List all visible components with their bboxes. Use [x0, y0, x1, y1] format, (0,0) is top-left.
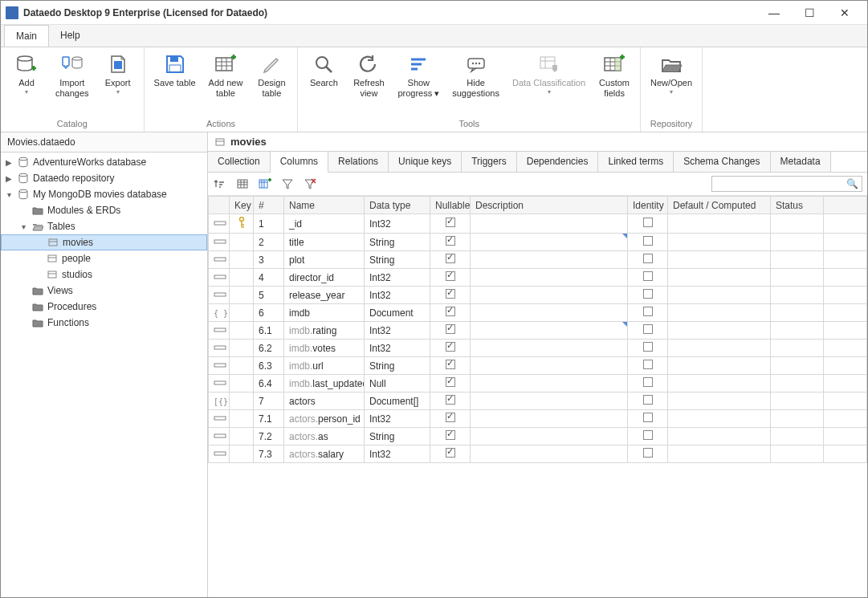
cell[interactable] — [430, 304, 471, 322]
cell[interactable] — [771, 410, 824, 428]
cell[interactable] — [430, 287, 471, 304]
cell[interactable] — [471, 428, 628, 445]
cell[interactable]: Document — [365, 304, 430, 322]
column-header[interactable]: Identity — [628, 197, 668, 214]
cell[interactable]: Int32 — [365, 214, 430, 234]
cell[interactable] — [471, 410, 628, 428]
menu-main[interactable]: Main — [4, 25, 49, 47]
grid-list-icon[interactable] — [235, 177, 250, 191]
cell[interactable] — [668, 357, 771, 375]
column-header[interactable]: Key — [230, 197, 254, 214]
ribbon-export[interactable]: Export▾ — [99, 51, 137, 99]
cell[interactable]: Int32 — [365, 322, 430, 340]
cell[interactable] — [430, 410, 471, 428]
cell[interactable] — [471, 375, 628, 393]
table-row[interactable]: 6.1imdb.ratingInt32 — [209, 322, 867, 340]
filter-icon[interactable] — [280, 177, 295, 191]
table-row[interactable]: 6.4imdb.last_updatedNull — [209, 375, 867, 393]
cell[interactable] — [668, 393, 771, 410]
column-header[interactable]: Data type — [365, 197, 430, 214]
ribbon-import-changes[interactable]: Importchanges — [52, 51, 92, 101]
table-row[interactable]: 7.3actors.salaryInt32 — [209, 445, 867, 463]
cell[interactable]: String — [365, 428, 430, 445]
cell[interactable] — [471, 393, 628, 410]
cell[interactable]: String — [365, 234, 430, 251]
table-row[interactable]: 5release_yearInt32 — [209, 287, 867, 304]
tree-node-tables[interactable]: ▾Tables — [1, 218, 207, 234]
cell[interactable] — [668, 445, 771, 463]
cell[interactable] — [628, 251, 668, 269]
cell[interactable] — [668, 234, 771, 251]
cell[interactable] — [628, 340, 668, 357]
cell[interactable] — [771, 357, 824, 375]
cell[interactable] — [628, 428, 668, 445]
column-header[interactable] — [209, 197, 230, 214]
cell[interactable] — [771, 304, 824, 322]
table-row[interactable]: 2titleString — [209, 234, 867, 251]
cell[interactable] — [668, 375, 771, 393]
tree-node-adventureworks-database[interactable]: ▶AdventureWorks database — [1, 154, 207, 170]
cell[interactable] — [628, 357, 668, 375]
cell[interactable] — [430, 445, 471, 463]
table-row[interactable]: 7.1actors.person_idInt32 — [209, 410, 867, 428]
minimize-button[interactable]: — — [756, 2, 792, 24]
cell[interactable] — [771, 269, 824, 287]
table-row[interactable]: { }6imdbDocument — [209, 304, 867, 322]
cell[interactable]: _id — [284, 214, 365, 234]
table-row[interactable]: [{}]7actorsDocument[] — [209, 393, 867, 410]
cell[interactable] — [628, 375, 668, 393]
cell[interactable] — [771, 214, 824, 234]
tree-node-movies[interactable]: movies — [1, 234, 207, 250]
cell[interactable] — [668, 287, 771, 304]
cell[interactable]: Int32 — [365, 340, 430, 357]
cell[interactable] — [471, 214, 628, 234]
cell[interactable]: plot — [284, 251, 365, 269]
cell[interactable] — [471, 234, 628, 251]
tree-toggle[interactable]: ▶ — [4, 158, 14, 167]
tab-schema-changes[interactable]: Schema Changes — [674, 152, 770, 172]
cell[interactable] — [668, 214, 771, 234]
cell[interactable]: Document[] — [365, 393, 430, 410]
cell[interactable] — [771, 428, 824, 445]
cell[interactable] — [471, 287, 628, 304]
cell[interactable] — [628, 393, 668, 410]
tree-node-my-mongodb-movies-database[interactable]: ▾My MongoDB movies database — [1, 186, 207, 202]
tree-node-procedures[interactable]: Procedures — [1, 299, 207, 315]
tab-relations[interactable]: Relations — [328, 152, 389, 172]
table-row[interactable]: 6.2imdb.votesInt32 — [209, 340, 867, 357]
cell[interactable] — [430, 269, 471, 287]
ribbon-save-table[interactable]: Save table — [151, 51, 199, 92]
cell[interactable] — [771, 340, 824, 357]
tab-dependencies[interactable]: Dependencies — [517, 152, 599, 172]
cell[interactable] — [430, 340, 471, 357]
cell[interactable]: director_id — [284, 269, 365, 287]
column-header[interactable] — [824, 197, 867, 214]
column-header[interactable]: Nullable — [430, 197, 471, 214]
tab-linked-terms[interactable]: Linked terms — [598, 152, 674, 172]
cell[interactable] — [668, 322, 771, 340]
cell[interactable]: String — [365, 251, 430, 269]
cell[interactable] — [471, 304, 628, 322]
maximize-button[interactable]: ☐ — [792, 2, 827, 24]
cell[interactable] — [668, 304, 771, 322]
cell[interactable] — [430, 322, 471, 340]
cell[interactable] — [668, 251, 771, 269]
grid-search[interactable]: 🔍 — [711, 176, 862, 192]
ribbon-refresh-view[interactable]: Refreshview — [349, 51, 388, 101]
add-column-icon[interactable] — [258, 177, 272, 191]
tab-collection[interactable]: Collection — [208, 152, 271, 172]
tree-node-people[interactable]: people — [1, 250, 207, 266]
cell[interactable] — [628, 410, 668, 428]
cell[interactable] — [471, 322, 628, 340]
menu-help[interactable]: Help — [49, 25, 92, 47]
close-button[interactable]: ✕ — [827, 2, 862, 24]
ribbon-design-table[interactable]: Designtable — [252, 51, 291, 101]
cell[interactable] — [471, 269, 628, 287]
cell[interactable] — [471, 357, 628, 375]
cell[interactable] — [471, 340, 628, 357]
cell[interactable]: actors.person_id — [284, 410, 365, 428]
cell[interactable] — [771, 393, 824, 410]
tab-triggers[interactable]: Triggers — [462, 152, 517, 172]
tree-node-studios[interactable]: studios — [1, 266, 207, 283]
table-row[interactable]: 3plotString — [209, 251, 867, 269]
